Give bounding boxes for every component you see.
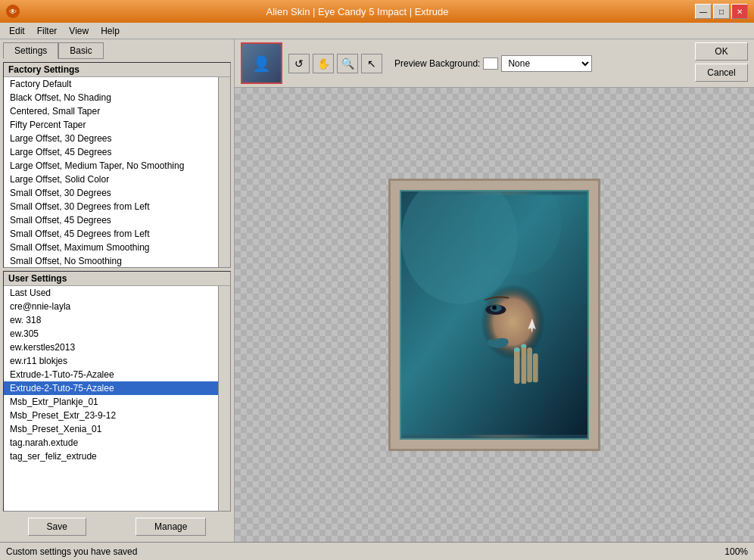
menu-help[interactable]: Help xyxy=(95,24,126,38)
preview-bg-swatch xyxy=(483,58,498,70)
menu-view[interactable]: View xyxy=(63,24,95,38)
factory-settings-list: Factory DefaultBlack Offset, No ShadingC… xyxy=(4,77,218,267)
manage-button[interactable]: Manage xyxy=(136,518,206,536)
factory-list-item[interactable]: Small Offset, 45 Degrees xyxy=(4,213,218,227)
svg-rect-7 xyxy=(514,347,520,384)
factory-list-item[interactable]: Black Offset, No Shading xyxy=(4,91,218,104)
ok-button[interactable]: OK xyxy=(695,42,748,61)
status-right: 100% xyxy=(724,546,748,557)
user-settings-header: User Settings xyxy=(4,272,230,286)
preview-area xyxy=(235,88,754,542)
preview-image-container xyxy=(388,179,600,451)
arrow-tool[interactable]: ↖ xyxy=(361,54,382,73)
factory-list-item[interactable]: Fifty Percent Taper xyxy=(4,118,218,132)
menu-bar: Edit Filter View Help xyxy=(0,23,754,39)
menu-filter[interactable]: Filter xyxy=(31,24,64,38)
factory-list-item[interactable]: Small Offset, No Smoothing xyxy=(4,254,218,267)
save-button[interactable]: Save xyxy=(28,518,86,536)
right-toolbar: 👤 ↺ ✋ 🔍 ↖ Preview Background: None White… xyxy=(235,39,754,88)
svg-rect-10 xyxy=(533,353,538,382)
factory-list-item[interactable]: Small Offset, 30 Degrees from Left xyxy=(4,200,218,213)
user-list-item[interactable]: tag.narah.extude xyxy=(4,436,218,450)
user-list-item[interactable]: ew.kerstles2013 xyxy=(4,341,218,354)
title-bar: 👁 Alien Skin | Eye Candy 5 Impact | Extr… xyxy=(0,0,754,23)
app-icon: 👁 xyxy=(6,5,20,18)
svg-point-11 xyxy=(514,347,520,352)
user-list-item[interactable]: Last Used xyxy=(4,286,218,300)
factory-list-item[interactable]: Small Offset, Maximum Smoothing xyxy=(4,241,218,254)
factory-list-item[interactable]: Small Offset, 30 Degrees xyxy=(4,186,218,200)
cancel-button[interactable]: Cancel xyxy=(695,64,748,82)
factory-list-item[interactable]: Factory Default xyxy=(4,77,218,91)
zoom-tool[interactable]: 🔍 xyxy=(337,54,358,73)
svg-point-6 xyxy=(492,306,497,310)
user-list-item[interactable]: tag_ser_feliz_extrude xyxy=(4,450,218,463)
user-list-item[interactable]: cre@nnie-layla xyxy=(4,300,218,313)
svg-point-12 xyxy=(521,344,526,348)
tab-settings[interactable]: Settings xyxy=(3,42,58,59)
preview-bg-label: Preview Background: xyxy=(394,58,480,69)
user-list-item[interactable]: Msb_Extr_Plankje_01 xyxy=(4,395,218,409)
factory-list-item[interactable]: Large Offset, Medium Taper, No Smoothing xyxy=(4,159,218,173)
user-list-item[interactable]: ew.r11 blokjes xyxy=(4,354,218,368)
user-list-item[interactable]: Extrude-1-Tuto-75-Azalee xyxy=(4,368,218,381)
minimize-button[interactable]: — xyxy=(695,4,712,19)
preview-bg-select[interactable]: None White Black Custom xyxy=(501,55,592,72)
user-settings-section: User Settings Last Usedcre@nnie-laylaew.… xyxy=(3,271,231,512)
left-panel: Settings Basic Factory Settings Factory … xyxy=(0,39,235,542)
right-panel: OK Cancel 👤 ↺ ✋ 🔍 ↖ Preview Background: … xyxy=(235,39,754,542)
user-list-item[interactable]: Extrude-2-Tuto-75-Azalee xyxy=(4,381,218,395)
status-bar: Custom settings you have saved 100% xyxy=(0,542,754,560)
close-button[interactable]: ✕ xyxy=(731,4,748,19)
factory-list-item[interactable]: Large Offset, 45 Degrees xyxy=(4,145,218,159)
user-list-item[interactable]: Msb_Preset_Xenia_01 xyxy=(4,422,218,436)
user-list-item[interactable]: Msb_Preset_Extr_23-9-12 xyxy=(4,409,218,422)
maximize-button[interactable]: □ xyxy=(713,4,730,19)
user-list-item[interactable]: ew. 318 xyxy=(4,313,218,327)
factory-settings-header: Factory Settings xyxy=(4,63,230,77)
factory-list-item[interactable]: Large Offset, 30 Degrees xyxy=(4,132,218,145)
svg-rect-8 xyxy=(522,344,527,384)
user-list-item[interactable]: ew.305 xyxy=(4,327,218,341)
factory-list-item[interactable]: Centered, Small Taper xyxy=(4,104,218,118)
status-left: Custom settings you have saved xyxy=(6,546,137,557)
factory-list-item[interactable]: Small Offset, 45 Degrees from Left xyxy=(4,227,218,241)
user-settings-list: Last Usedcre@nnie-laylaew. 318ew.305ew.k… xyxy=(4,286,218,511)
menu-edit[interactable]: Edit xyxy=(3,24,31,38)
tab-basic[interactable]: Basic xyxy=(58,42,103,59)
factory-list-item[interactable]: Large Offset, Solid Color xyxy=(4,173,218,186)
title-bar-controls: — □ ✕ xyxy=(695,4,748,19)
window-title: Alien Skin | Eye Candy 5 Impact | Extrud… xyxy=(20,6,695,17)
hand-tool[interactable]: ✋ xyxy=(313,54,334,73)
thumbnail-box: 👤 xyxy=(241,42,282,84)
svg-rect-9 xyxy=(527,347,532,382)
factory-settings-section: Factory Settings Factory DefaultBlack Of… xyxy=(3,62,231,268)
rotate-tool[interactable]: ↺ xyxy=(288,54,310,73)
